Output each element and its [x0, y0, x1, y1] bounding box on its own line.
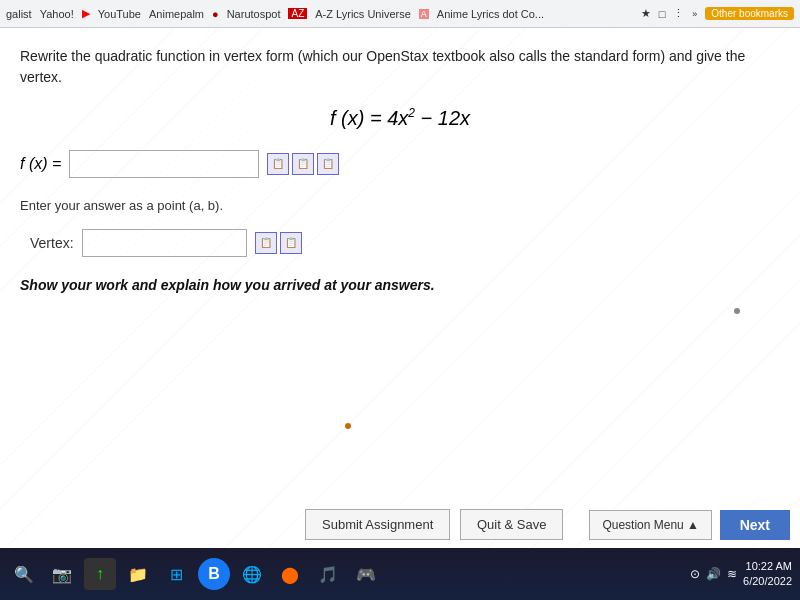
taskbar: 🔍 📷 ↑ 📁 ⊞ B 🌐 ⬤ 🎵 🎮 ⊙ 🔊 ≋ 10:22 AM 6/20/…	[0, 548, 800, 600]
dot-indicator	[734, 308, 740, 314]
update-taskbar-icon[interactable]: ↑	[84, 558, 116, 590]
point-hint: Enter your answer as a point (a, b).	[20, 198, 780, 213]
star-icon: ★	[641, 7, 651, 20]
camera-taskbar-icon[interactable]: 📷	[46, 558, 78, 590]
tab-narutospot[interactable]: Narutospot	[227, 8, 281, 20]
taskbar-time: 10:22 AM 6/20/2022	[743, 559, 792, 590]
orange-dot	[345, 423, 351, 429]
network-icon: ⊙	[690, 567, 700, 581]
math-icon-2[interactable]: 📋	[292, 153, 314, 175]
quit-save-button[interactable]: Quit & Save	[460, 509, 563, 540]
question-menu-button[interactable]: Question Menu ▲	[589, 510, 712, 540]
tab-animepalm[interactable]: Animepalm	[149, 8, 204, 20]
browser-bar: galist Yahoo! ▶ YouTube Animepalm ● Naru…	[0, 0, 800, 28]
show-work-text: Show your work and explain how you arriv…	[20, 277, 780, 293]
edge-taskbar-icon[interactable]: 🌐	[236, 558, 268, 590]
wifi-icon: ≋	[727, 567, 737, 581]
formula-display: f (x) = 4x2 − 12x	[20, 106, 780, 130]
answer-row: f (x) = 📋 📋 📋	[20, 150, 780, 178]
spotify-taskbar-icon[interactable]: 🎵	[312, 558, 344, 590]
chevron-right: »	[692, 9, 697, 19]
square-icon: □	[659, 8, 666, 20]
circle-taskbar-icon[interactable]: ⬤	[274, 558, 306, 590]
vertex-icon-1[interactable]: 📋	[255, 232, 277, 254]
az-badge: AZ	[288, 8, 307, 19]
search-taskbar-icon[interactable]: 🔍	[8, 558, 40, 590]
content-area: Rewrite the quadratic function in vertex…	[0, 28, 800, 548]
fx-icon-group: 📋 📋 📋	[267, 153, 339, 175]
submit-assignment-button[interactable]: Submit Assignment	[305, 509, 450, 540]
menu-icon[interactable]: ⋮	[673, 7, 684, 20]
vertex-row: Vertex: 📋 📋	[30, 229, 780, 257]
vertex-input[interactable]	[82, 229, 247, 257]
tab-yahoo[interactable]: Yahoo!	[40, 8, 74, 20]
vertex-icon-group: 📋 📋	[255, 232, 302, 254]
folder-taskbar-icon[interactable]: 📁	[122, 558, 154, 590]
fx-label: f (x) =	[20, 155, 61, 173]
tab-youtube[interactable]: YouTube	[98, 8, 141, 20]
vertex-label: Vertex:	[30, 235, 74, 251]
system-icons: ⊙ 🔊 ≋	[690, 567, 737, 581]
math-icon-3[interactable]: 📋	[317, 153, 339, 175]
math-icon-1[interactable]: 📋	[267, 153, 289, 175]
tab-narutospot-icon: ●	[212, 8, 219, 20]
fx-input[interactable]	[69, 150, 259, 178]
tab-galist[interactable]: galist	[6, 8, 32, 20]
windows-taskbar-icon[interactable]: ⊞	[160, 558, 192, 590]
tab-youtube-icon: ▶	[82, 7, 90, 20]
next-button[interactable]: Next	[720, 510, 790, 540]
other-bookmarks[interactable]: Other bookmarks	[705, 7, 794, 20]
game-taskbar-icon[interactable]: 🎮	[350, 558, 382, 590]
vertex-icon-2[interactable]: 📋	[280, 232, 302, 254]
question-prompt: Rewrite the quadratic function in vertex…	[20, 46, 780, 88]
tab-azlyrics[interactable]: A-Z Lyrics Universe	[315, 8, 411, 20]
tab-animelyrics[interactable]: Anime Lyrics dot Co...	[437, 8, 544, 20]
volume-icon: 🔊	[706, 567, 721, 581]
anime-icon: A	[419, 9, 429, 19]
b-taskbar-icon[interactable]: B	[198, 558, 230, 590]
